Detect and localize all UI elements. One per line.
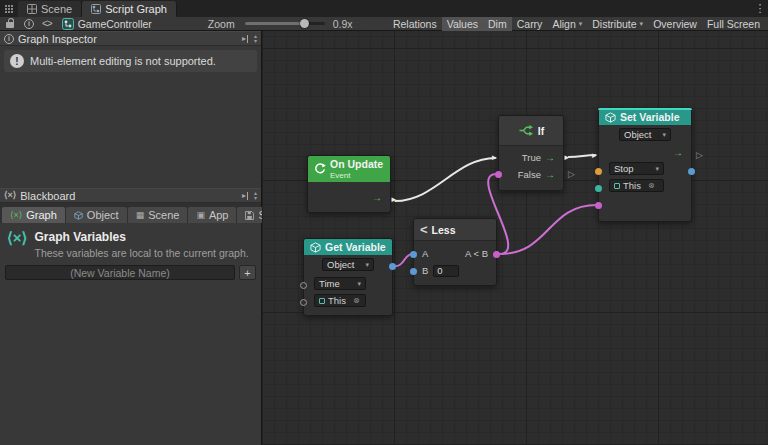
zoom-slider[interactable]	[245, 22, 325, 25]
flow-output-port[interactable]: ▸	[391, 195, 396, 204]
node-get-variable[interactable]: Get Variable Object ▾ Time ▾ This ⊗	[303, 238, 393, 316]
value-output-port[interactable]	[688, 168, 695, 175]
variable-name-dropdown[interactable]: Stop ▾	[609, 162, 664, 175]
remove-target-icon[interactable]: ⊗	[353, 296, 360, 305]
toolbar-button-distribute[interactable]: Distribute▾	[587, 17, 648, 31]
app-icon: ▣	[196, 210, 205, 220]
section-title: Graph Variables	[34, 230, 248, 244]
value-input-port[interactable]	[595, 202, 602, 209]
node-set-variable[interactable]: Set Variable Object ▾ → Stop ▾	[598, 108, 692, 222]
node-header[interactable]: On Update Event	[308, 156, 390, 182]
inspector-icon: i	[4, 34, 14, 44]
target-this-chip[interactable]: This ⊗	[314, 294, 366, 307]
node-header[interactable]: Set Variable	[599, 109, 691, 125]
b-value-field[interactable]: 0	[433, 265, 459, 277]
blackboard-header[interactable]: ⟨×⟩ Blackboard ▸ ▴▾	[0, 188, 261, 203]
panel-scroll-arrows[interactable]: ▴▾	[254, 191, 257, 201]
code-view-icon[interactable]: <>	[42, 18, 52, 29]
toolbar-button-align[interactable]: Align▾	[547, 17, 587, 31]
panel-scroll-arrows[interactable]: ▴▾	[254, 34, 257, 44]
flow-output-port-external[interactable]: ▷	[696, 151, 703, 160]
zoom-slider-handle[interactable]	[300, 19, 309, 28]
flow-arrow-icon: →	[673, 148, 683, 158]
info-glyph: i	[8, 35, 10, 42]
main-area: i Graph Inspector ▸ ▴▾ ! Multi-element e…	[0, 31, 768, 445]
tab-scene[interactable]: Scene	[18, 1, 82, 17]
lock-icon[interactable]	[6, 22, 14, 28]
window-menu-icon[interactable]: ⋮	[752, 0, 768, 17]
node-header[interactable]: Get Variable	[304, 239, 392, 255]
toolbar-button-relations[interactable]: Relations	[388, 17, 442, 31]
less-than-icon: <	[420, 222, 428, 237]
name-input-port[interactable]	[300, 282, 307, 289]
dropdown-value: Time	[319, 278, 353, 289]
info-icon[interactable]: i	[24, 19, 34, 29]
toolbar-button-values[interactable]: Values	[442, 17, 483, 31]
a-input-port[interactable]	[410, 251, 417, 258]
inspector-warning-box: ! Multi-element editing is not supported…	[4, 50, 257, 72]
this-cube-icon	[614, 183, 620, 189]
toolbar-button-carry[interactable]: Carry	[512, 17, 548, 31]
name-input-port[interactable]	[595, 168, 602, 175]
pin-panel-icon[interactable]: ▸	[242, 191, 248, 200]
cube-icon	[74, 211, 83, 220]
blackboard-tab-object[interactable]: Object	[66, 207, 127, 223]
graph-asset-breadcrumb[interactable]: GameController	[62, 18, 152, 30]
blackboard-tab-graph[interactable]: ⟨×⟩Graph	[2, 207, 65, 223]
toolbar-button-dim[interactable]: Dim	[483, 17, 512, 31]
warning-icon: !	[10, 54, 24, 68]
blackboard-tab-strip: ⟨×⟩Graph Object ▦Scene ▣App Saved	[0, 203, 261, 223]
true-output-port[interactable]: ▸	[564, 153, 569, 162]
b-input-port[interactable]	[410, 268, 417, 275]
button-label: Relations	[393, 18, 437, 30]
variable-kind-dropdown[interactable]: Object ▾	[322, 258, 374, 271]
remove-target-icon[interactable]: ⊗	[648, 181, 655, 190]
button-label: Carry	[517, 18, 543, 30]
true-label: True	[522, 152, 541, 163]
target-this-chip[interactable]: This ⊗	[609, 179, 664, 192]
toolbar-button-overview[interactable]: Overview	[648, 17, 702, 31]
flow-row: →	[599, 145, 691, 160]
node-less[interactable]: < Less A A < B B 0	[413, 218, 497, 286]
window-grip-icon[interactable]	[0, 0, 18, 17]
node-on-update[interactable]: On Update Event → ▸	[307, 155, 391, 213]
kind-row: Object ▾	[310, 258, 386, 271]
variable-name-dropdown[interactable]: Time ▾	[314, 277, 366, 290]
toolbar-button-fullscreen[interactable]: Full Screen	[702, 17, 765, 31]
result-label: A < B	[465, 248, 488, 259]
tab-label: Scene	[148, 209, 179, 221]
add-variable-button[interactable]: +	[239, 265, 256, 280]
wire-less-to-setvariable-value[interactable]	[499, 205, 596, 254]
graph-canvas[interactable]: On Update Event → ▸ Get Variable Object …	[262, 31, 768, 445]
new-variable-input[interactable]	[5, 265, 235, 280]
result-output-port[interactable]	[493, 251, 500, 258]
graph-inspector-header[interactable]: i Graph Inspector ▸ ▴▾	[0, 31, 261, 46]
node-title: On Update	[330, 158, 383, 170]
tab-label: Script Graph	[105, 3, 167, 15]
value-output-port[interactable]	[389, 263, 396, 270]
node-if[interactable]: If True→ False→ ▸ ▸ ▷	[498, 115, 564, 191]
target-input-port[interactable]	[300, 299, 307, 306]
node-header[interactable]: If	[499, 116, 563, 146]
tab-script-graph[interactable]: Script Graph	[82, 1, 177, 17]
blackboard-tab-app[interactable]: ▣App	[188, 207, 236, 223]
blackboard-tab-scene[interactable]: ▦Scene	[128, 207, 188, 223]
scene-tab-icon	[27, 4, 37, 14]
condition-input-port[interactable]	[495, 171, 502, 178]
scroll-down-icon: ▾	[254, 39, 257, 44]
window-tab-bar: Scene Script Graph ⋮	[0, 0, 768, 17]
new-variable-row: +	[0, 263, 261, 282]
flow-input-port[interactable]: ▸	[492, 153, 497, 162]
pin-panel-icon[interactable]: ▸	[242, 34, 248, 43]
flow-input-port[interactable]: ▸	[592, 151, 597, 160]
false-output-port[interactable]: ▷	[568, 170, 575, 179]
tab-label: Object	[87, 209, 119, 221]
variable-kind-dropdown[interactable]: Object ▾	[619, 128, 671, 141]
target-label: This	[328, 295, 346, 306]
zoom-slider-fill	[245, 22, 303, 25]
wire-onupdate-to-if[interactable]	[395, 158, 495, 201]
node-header[interactable]: < Less	[414, 219, 496, 241]
variable-name-row: Time ▾	[314, 277, 384, 290]
graph-variables-text: Graph Variables These variables are loca…	[34, 230, 248, 259]
target-input-port[interactable]	[595, 185, 602, 192]
